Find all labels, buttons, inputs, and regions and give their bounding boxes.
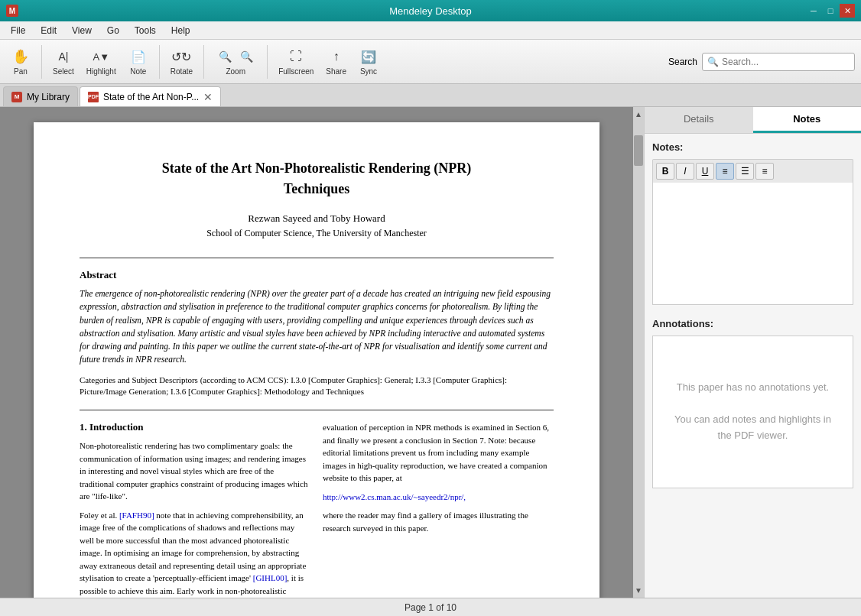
status-bar: Page 1 of 10 <box>0 598 861 616</box>
right-tabs: Details Notes <box>645 107 861 134</box>
rotate-label: Rotate <box>171 67 193 76</box>
no-annotations-line2: You can add notes and highlights in <box>674 412 831 428</box>
annotations-box: This paper has no annotations yet. You c… <box>652 336 853 488</box>
pdf-page: State of the Art Non-Photorealistic Rend… <box>34 122 599 598</box>
pdf-tab-icon: PDF <box>88 92 99 102</box>
menu-go[interactable]: Go <box>99 22 127 39</box>
no-annotations-text: This paper has no annotations yet. You c… <box>674 380 831 443</box>
menu-help[interactable]: Help <box>164 22 198 39</box>
scroll-track[interactable]: ▲ ▼ <box>633 107 644 598</box>
underline-button[interactable]: U <box>696 163 714 180</box>
pdf-title-line2: Techniques <box>80 181 554 197</box>
fullscreen-label: Fullscreen <box>278 67 314 76</box>
menu-tools[interactable]: Tools <box>127 22 164 39</box>
highlight-icon: A▼ <box>91 47 111 66</box>
underline-icon: U <box>702 166 709 177</box>
share-button[interactable]: ↑ Share <box>321 45 351 78</box>
zoom-button[interactable]: 🔍 🔍 Zoom <box>210 45 261 78</box>
foley-ref-link[interactable]: [FAFH90] <box>119 511 154 520</box>
pdf-title-line1: State of the Art Non-Photorealistic Rend… <box>80 160 554 177</box>
search-input[interactable] <box>722 57 850 67</box>
library-tab[interactable]: M My Library <box>3 86 78 106</box>
notes-textarea[interactable] <box>652 183 853 305</box>
align-right-icon: ≡ <box>762 166 767 177</box>
rotate-button[interactable]: ↺↻ Rotate <box>166 45 197 78</box>
zoom-in-icon: 🔍 <box>236 47 256 66</box>
gihl-ref-link[interactable]: [GIHL00] <box>253 573 288 582</box>
menu-edit[interactable]: Edit <box>33 22 64 39</box>
pdf-divider-1 <box>80 258 554 258</box>
bold-icon: B <box>662 166 669 177</box>
page-info: Page 1 of 10 <box>405 602 456 613</box>
pdf-divider-2 <box>80 410 554 410</box>
italic-icon: I <box>684 166 686 177</box>
share-icon: ↑ <box>327 47 346 66</box>
toolbar-sep-3 <box>203 45 204 79</box>
pdf-col-right: evaluation of perception in NPR methods … <box>323 421 554 598</box>
pdf-two-col: 1. Introduction Non-photorealistic rende… <box>80 421 554 598</box>
title-bar-left: M <box>6 5 18 17</box>
sync-icon: 🔄 <box>359 47 379 66</box>
align-right-button[interactable]: ≡ <box>755 163 774 180</box>
scroll-thumb[interactable] <box>634 135 643 166</box>
details-tab[interactable]: Details <box>645 107 753 133</box>
notes-label: Notes: <box>652 141 853 153</box>
toolbar-sep-4 <box>267 45 268 79</box>
document-tab-close[interactable]: ✕ <box>203 91 213 103</box>
intro-para-2: Foley et al. [FAFH90] note that in achie… <box>80 509 310 598</box>
minimize-button[interactable]: ─ <box>806 4 821 18</box>
abstract-title: Abstract <box>80 269 554 281</box>
library-tab-label: My Library <box>27 92 70 102</box>
pan-icon: ✋ <box>11 47 31 66</box>
library-tab-icon: M <box>11 92 22 102</box>
search-label: Search <box>668 57 697 67</box>
sync-button[interactable]: 🔄 Sync <box>354 45 383 78</box>
toolbar-sep-2 <box>159 45 160 79</box>
pan-button[interactable]: ✋ Pan <box>6 45 35 78</box>
menu-file[interactable]: File <box>3 22 33 39</box>
intro-para-2-rest: note that in achieving comprehensibility… <box>80 511 306 583</box>
zoom-out-icon: 🔍 <box>215 47 235 66</box>
fullscreen-button[interactable]: ⛶ Fullscreen <box>274 45 318 78</box>
sync-label: Sync <box>360 67 377 76</box>
window-controls[interactable]: ─ □ ✕ <box>806 4 855 18</box>
main-content: State of the Art Non-Photorealistic Rend… <box>0 107 861 598</box>
scroll-up-arrow[interactable]: ▲ <box>635 109 642 120</box>
scroll-down-arrow[interactable]: ▼ <box>635 585 642 596</box>
note-button[interactable]: 📄 Note <box>124 45 153 78</box>
select-button[interactable]: A| Select <box>48 45 79 78</box>
right-content: Notes: B I U ≡ ☰ ≡ Annotations: <box>645 134 861 598</box>
categories-text: Categories and Subject Descriptors (acco… <box>80 374 554 398</box>
note-label: Note <box>130 67 146 76</box>
annotations-label: Annotations: <box>652 318 853 329</box>
close-button[interactable]: ✕ <box>840 4 855 18</box>
notes-tab[interactable]: Notes <box>753 107 862 133</box>
maximize-button[interactable]: □ <box>823 4 838 18</box>
pdf-scroll[interactable]: State of the Art Non-Photorealistic Rend… <box>0 107 633 598</box>
right-para-1: evaluation of perception in NPR methods … <box>323 421 554 485</box>
right-panel: Details Notes Notes: B I U ≡ ☰ ≡ A <box>644 107 861 598</box>
title-bar: M Mendeley Desktop ─ □ ✕ <box>0 0 861 21</box>
zoom-label: Zoom <box>226 67 245 76</box>
menu-bar: File Edit View Go Tools Help <box>0 21 861 40</box>
select-icon: A| <box>54 47 73 66</box>
pdf-authors: Rezwan Sayeed and Toby Howard <box>80 212 554 225</box>
pdf-area: State of the Art Non-Photorealistic Rend… <box>0 107 644 598</box>
select-label: Select <box>53 67 74 76</box>
document-tab-label: State of the Art Non-P... <box>103 92 199 102</box>
search-area: Search 🔍 <box>668 53 855 71</box>
bold-button[interactable]: B <box>656 163 674 180</box>
italic-button[interactable]: I <box>676 163 694 180</box>
highlight-button[interactable]: A▼ Highlight <box>82 45 121 78</box>
align-center-button[interactable]: ☰ <box>736 163 754 180</box>
menu-view[interactable]: View <box>64 22 99 39</box>
align-left-button[interactable]: ≡ <box>716 163 734 180</box>
right-para-2: where the reader may find a gallery of i… <box>323 509 554 534</box>
share-label: Share <box>326 67 346 76</box>
companion-url[interactable]: http://www2.cs.man.ac.uk/~sayeedr2/npr/, <box>323 492 466 501</box>
toolbar: ✋ Pan A| Select A▼ Highlight 📄 Note ↺↻ R… <box>0 40 861 84</box>
no-annotations-line3: the PDF viewer. <box>674 428 831 444</box>
tab-bar: M My Library PDF State of the Art Non-P.… <box>0 84 861 107</box>
search-box[interactable]: 🔍 <box>702 53 855 71</box>
document-tab[interactable]: PDF State of the Art Non-P... ✕ <box>80 86 221 106</box>
